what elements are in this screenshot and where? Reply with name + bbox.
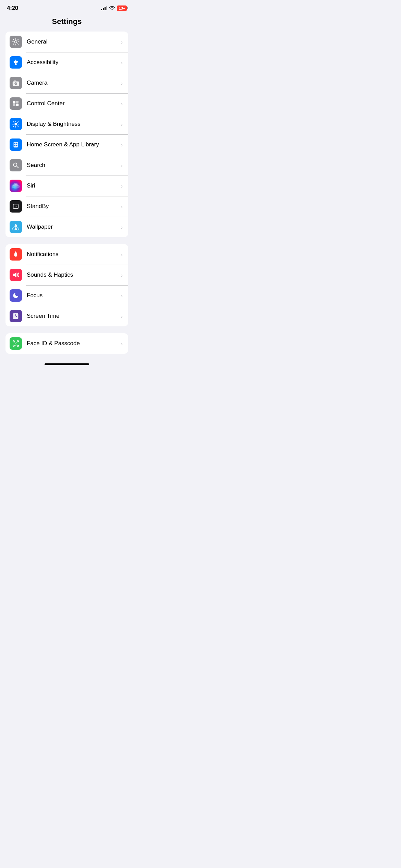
svg-marker-26 (13, 273, 16, 278)
svg-rect-14 (14, 145, 15, 146)
standby-label: StandBy (27, 203, 119, 210)
chevron-icon: › (121, 313, 123, 319)
general-section: General › Accessibility › Camera › (5, 32, 128, 237)
display-brightness-label: Display & Brightness (27, 121, 119, 128)
display-brightness-icon (10, 118, 22, 130)
chevron-icon: › (121, 341, 123, 347)
general-label: General (27, 38, 119, 45)
control-center-icon (10, 97, 22, 110)
accessibility-row[interactable]: Accessibility › (5, 52, 128, 73)
siri-row[interactable]: Siri › (5, 176, 128, 196)
chevron-icon: › (121, 80, 123, 86)
svg-rect-30 (13, 345, 14, 347)
accessibility-label: Accessibility (27, 59, 119, 66)
camera-label: Camera (27, 80, 119, 86)
svg-rect-12 (14, 143, 15, 144)
face-id-row[interactable]: Face ID & Passcode › (5, 333, 128, 354)
screen-time-icon (10, 310, 22, 322)
svg-point-20 (14, 183, 17, 185)
siri-icon (10, 180, 22, 192)
wallpaper-label: Wallpaper (27, 224, 119, 230)
standby-row[interactable]: ✓= StandBy › (5, 196, 128, 217)
home-screen-icon (10, 138, 22, 151)
focus-row[interactable]: Focus › (5, 285, 128, 306)
status-time: 4:20 (7, 5, 18, 12)
svg-rect-5 (14, 81, 16, 82)
chevron-icon: › (121, 204, 123, 209)
chevron-icon: › (121, 293, 123, 299)
chevron-icon: › (121, 162, 123, 168)
chevron-icon: › (121, 224, 123, 230)
control-center-row[interactable]: Control Center › (5, 93, 128, 114)
wallpaper-icon (10, 221, 22, 233)
chevron-icon: › (121, 142, 123, 148)
sounds-haptics-icon (10, 269, 22, 281)
signal-icon (101, 6, 107, 10)
notifications-section: Notifications › Sounds & Haptics › Focus… (5, 244, 128, 326)
svg-point-4 (15, 83, 17, 85)
home-bar-container (0, 361, 134, 367)
svg-rect-31 (17, 345, 19, 347)
screen-time-label: Screen Time (27, 313, 119, 320)
display-brightness-row[interactable]: Display & Brightness › (5, 114, 128, 134)
svg-rect-13 (16, 143, 17, 144)
screen-time-row[interactable]: Screen Time › (5, 306, 128, 326)
status-icons: 13+ (101, 5, 127, 11)
home-screen-row[interactable]: Home Screen & App Library › (5, 134, 128, 155)
notifications-icon (10, 248, 22, 261)
chevron-icon: › (121, 39, 123, 45)
accessibility-icon (10, 56, 22, 69)
svg-point-33 (16, 342, 17, 343)
svg-rect-8 (16, 101, 19, 103)
chevron-icon: › (121, 60, 123, 65)
focus-label: Focus (27, 292, 119, 299)
svg-point-23 (15, 228, 17, 230)
svg-point-1 (15, 60, 16, 61)
sounds-haptics-row[interactable]: Sounds & Haptics › (5, 265, 128, 285)
focus-icon (10, 289, 22, 302)
battery-level: 13+ (119, 6, 125, 10)
search-icon (10, 159, 22, 171)
wifi-icon (109, 6, 115, 11)
sounds-haptics-label: Sounds & Haptics (27, 272, 119, 278)
svg-rect-9 (16, 104, 19, 106)
notifications-row[interactable]: Notifications › (5, 244, 128, 265)
svg-point-32 (14, 342, 15, 343)
camera-icon (10, 77, 22, 89)
svg-rect-7 (13, 104, 15, 106)
chevron-icon: › (121, 252, 123, 257)
status-bar: 4:20 13+ (0, 0, 134, 14)
battery-icon: 13+ (117, 5, 127, 11)
search-row[interactable]: Search › (5, 155, 128, 176)
wallpaper-row[interactable]: Wallpaper › (5, 217, 128, 237)
camera-row[interactable]: Camera › (5, 73, 128, 93)
siri-label: Siri (27, 182, 119, 189)
svg-rect-28 (13, 341, 14, 342)
face-id-label: Face ID & Passcode (27, 340, 119, 347)
svg-rect-6 (13, 101, 15, 104)
chevron-icon: › (121, 121, 123, 127)
notifications-label: Notifications (27, 251, 119, 258)
security-section: Face ID & Passcode › (5, 333, 128, 354)
svg-point-25 (15, 251, 16, 252)
svg-text:✓=: ✓= (14, 205, 17, 208)
chevron-icon: › (121, 101, 123, 107)
chevron-icon: › (121, 183, 123, 189)
svg-rect-24 (15, 256, 17, 257)
svg-rect-11 (14, 142, 18, 148)
search-label: Search (27, 162, 119, 169)
chevron-icon: › (121, 272, 123, 278)
general-row[interactable]: General › (5, 32, 128, 52)
svg-rect-15 (16, 145, 17, 146)
svg-rect-29 (17, 341, 19, 342)
standby-icon: ✓= (10, 200, 22, 213)
svg-line-17 (16, 166, 18, 168)
home-screen-label: Home Screen & App Library (27, 141, 119, 148)
control-center-label: Control Center (27, 100, 119, 107)
page-title: Settings (0, 14, 134, 32)
svg-point-10 (14, 123, 17, 125)
face-id-icon (10, 337, 22, 350)
home-bar (45, 363, 89, 365)
gear-icon (10, 36, 22, 48)
svg-point-0 (15, 41, 17, 43)
